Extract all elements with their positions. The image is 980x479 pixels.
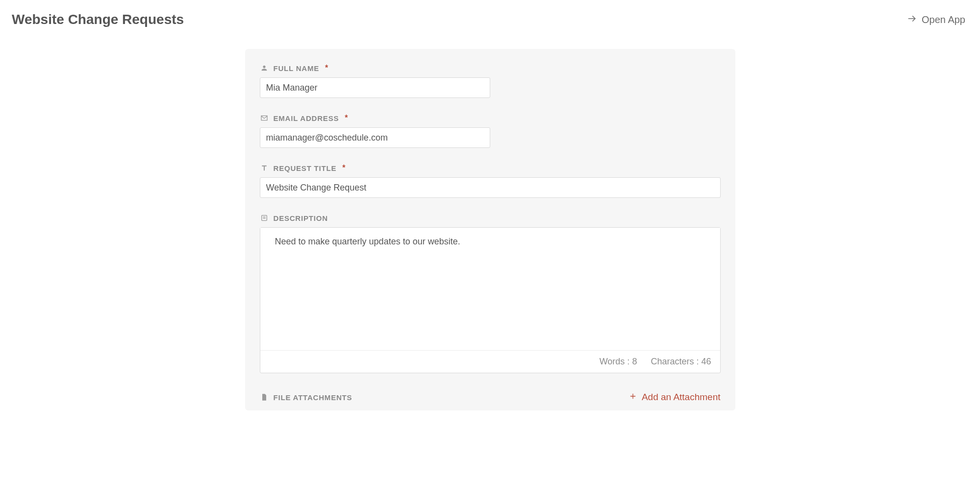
request-title-field: REQUEST TITLE * bbox=[260, 164, 721, 198]
plus-icon bbox=[629, 392, 637, 403]
request-form-card: FULL NAME * EMAIL ADDRESS * REQUEST TITL… bbox=[245, 49, 735, 410]
description-box: Words : 8 Characters : 46 bbox=[260, 227, 721, 373]
file-attachments-label: FILE ATTACHMENTS bbox=[274, 393, 352, 402]
email-field: EMAIL ADDRESS * bbox=[260, 114, 721, 148]
char-count: Characters : 46 bbox=[651, 357, 711, 367]
request-title-input[interactable] bbox=[260, 177, 721, 198]
full-name-field: FULL NAME * bbox=[260, 64, 721, 98]
note-icon bbox=[260, 214, 269, 222]
description-label: DESCRIPTION bbox=[274, 214, 328, 222]
description-counter-row: Words : 8 Characters : 46 bbox=[260, 350, 720, 373]
email-label-row: EMAIL ADDRESS * bbox=[260, 114, 721, 122]
text-icon bbox=[260, 164, 269, 172]
full-name-input[interactable] bbox=[260, 77, 490, 98]
description-textarea[interactable] bbox=[260, 228, 720, 350]
word-count: Words : 8 bbox=[600, 357, 637, 367]
description-label-row: DESCRIPTION bbox=[260, 214, 721, 222]
email-label: EMAIL ADDRESS bbox=[274, 114, 339, 122]
add-attachment-label: Add an Attachment bbox=[642, 392, 721, 403]
full-name-label: FULL NAME bbox=[274, 64, 320, 72]
required-indicator: * bbox=[325, 64, 328, 72]
page-header: Website Change Requests Open App bbox=[0, 0, 980, 39]
full-name-label-row: FULL NAME * bbox=[260, 64, 721, 72]
required-indicator: * bbox=[342, 164, 345, 172]
required-indicator: * bbox=[345, 114, 348, 122]
request-title-label-row: REQUEST TITLE * bbox=[260, 164, 721, 172]
file-attachments-row: FILE ATTACHMENTS Add an Attachment bbox=[260, 389, 721, 406]
open-app-label: Open App bbox=[922, 14, 965, 25]
person-icon bbox=[260, 64, 269, 72]
open-app-button[interactable]: Open App bbox=[907, 14, 965, 26]
page-title: Website Change Requests bbox=[12, 12, 184, 27]
arrow-right-icon bbox=[907, 14, 917, 26]
add-attachment-button[interactable]: Add an Attachment bbox=[629, 392, 721, 403]
request-title-label: REQUEST TITLE bbox=[274, 164, 337, 172]
email-input[interactable] bbox=[260, 127, 490, 148]
file-icon bbox=[260, 393, 269, 402]
description-field: DESCRIPTION Words : 8 Characters : 46 bbox=[260, 214, 721, 373]
file-attachments-label-row: FILE ATTACHMENTS bbox=[260, 393, 352, 402]
mail-icon bbox=[260, 114, 269, 122]
